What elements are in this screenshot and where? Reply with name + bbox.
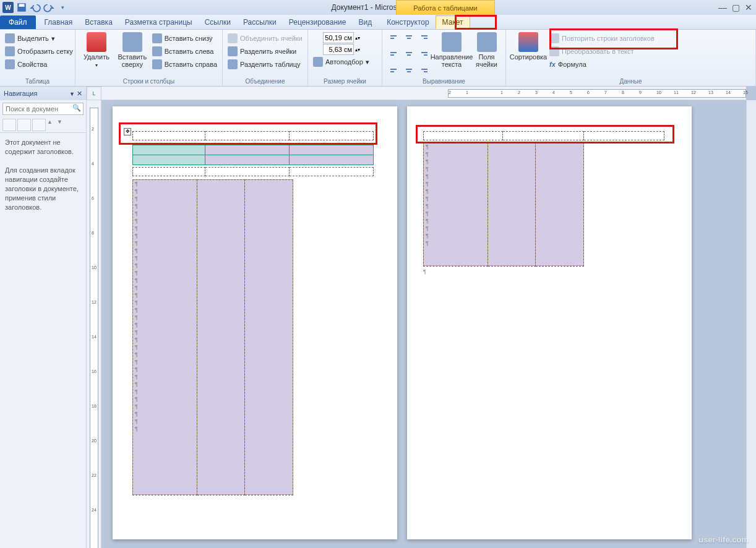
page1-table-divider[interactable] <box>132 167 374 176</box>
align-tl-button[interactable] <box>387 32 401 46</box>
insert-above-icon <box>122 32 142 52</box>
nav-search-input[interactable] <box>2 103 84 115</box>
cell-margins-icon <box>477 32 497 52</box>
autofit-button[interactable]: Автоподбор ▾ <box>313 56 370 68</box>
ruler-h-tick: 9 <box>639 90 642 95</box>
cell-margins-button[interactable]: Поля ячейки <box>473 32 500 68</box>
tab-pagelayout[interactable]: Разметка страницы <box>119 15 199 29</box>
redo-icon[interactable] <box>43 2 54 13</box>
distribute-cols-icon[interactable] <box>361 45 370 54</box>
ruler-h-tick: 3 <box>535 90 538 95</box>
align-br-button[interactable] <box>417 62 431 75</box>
paragraph-mark: ¶ <box>135 262 138 268</box>
col-width-field[interactable]: ▴▾ <box>313 44 370 55</box>
row-height-field[interactable]: ▴▾ <box>313 32 370 43</box>
tab-review[interactable]: Рецензирование <box>283 15 353 29</box>
vertical-ruler[interactable]: 24681012141618202224 <box>87 100 101 548</box>
nav-headings-view-button[interactable] <box>2 119 16 131</box>
svg-rect-2 <box>390 35 397 36</box>
ruler-v-tick: 16 <box>92 369 97 374</box>
ruler-h-tick: 14 <box>726 90 731 95</box>
tab-view[interactable]: Вид <box>352 15 378 29</box>
paragraph-mark: ¶ <box>135 381 138 387</box>
align-mc-button[interactable] <box>402 47 416 61</box>
row-height-input[interactable] <box>323 32 354 43</box>
page1-table-header-row[interactable] <box>132 131 374 140</box>
sort-button[interactable]: Сортировка <box>511 32 546 61</box>
align-bl-button[interactable] <box>387 62 401 75</box>
page1-table-subheader[interactable] <box>132 145 374 165</box>
page-1[interactable]: ✥ <box>113 106 397 539</box>
tab-references[interactable]: Ссылки <box>199 15 237 29</box>
document-area: L 2112345678910111213141516 246810121416… <box>87 87 756 548</box>
repeat-header-rows-button[interactable]: Повторить строки заголовков <box>549 32 655 45</box>
ruler-v-tick: 14 <box>92 335 97 339</box>
save-icon[interactable] <box>16 2 27 13</box>
text-direction-button[interactable]: Направление текста <box>434 32 469 68</box>
select-button[interactable]: Выделить ▾ <box>5 32 73 45</box>
ruler-v-tick: 18 <box>92 404 97 408</box>
properties-button[interactable]: Свойства <box>5 58 73 71</box>
col-width-input[interactable] <box>323 44 354 55</box>
insert-left-button[interactable]: Вставить слева <box>152 45 217 58</box>
nav-pages-view-button[interactable] <box>17 119 31 131</box>
svg-rect-4 <box>406 35 412 36</box>
delete-button[interactable]: Удалить▾ <box>80 32 113 69</box>
align-ml-button[interactable] <box>387 47 401 61</box>
paragraph-mark: ¶ <box>135 270 138 276</box>
split-table-button[interactable]: Разделить таблицу <box>228 58 303 71</box>
align-tr-button[interactable] <box>417 32 431 46</box>
close-icon[interactable]: ✕ <box>745 2 752 12</box>
undo-icon[interactable] <box>30 2 41 13</box>
tab-mailings[interactable]: Рассылки <box>237 15 283 29</box>
nav-dropdown-icon[interactable]: ▼ <box>69 91 75 97</box>
page2-table-header-row[interactable] <box>423 131 664 140</box>
formula-button[interactable]: fxФормула <box>549 58 655 71</box>
search-icon[interactable]: 🔍 <box>72 104 81 112</box>
group-merge-label: Объединение <box>228 77 303 85</box>
tab-layout[interactable]: Макет <box>436 15 470 29</box>
convert-to-text-button[interactable]: Преобразовать в текст <box>549 45 655 58</box>
paragraph-mark: ¶ <box>135 188 138 194</box>
table-move-handle-icon[interactable]: ✥ <box>124 128 131 135</box>
nav-prev-button[interactable]: ▲ <box>47 119 56 131</box>
insert-left-icon <box>152 46 162 56</box>
split-cells-button[interactable]: Разделить ячейки <box>228 45 303 58</box>
svg-rect-17 <box>407 71 411 72</box>
distribute-rows-icon[interactable] <box>361 33 370 42</box>
insert-above-button[interactable]: Вставить сверху <box>116 32 148 68</box>
watermark: user-life.com <box>698 535 749 544</box>
page-2[interactable]: ¶ ¶¶¶¶¶¶¶¶¶¶¶¶¶¶ <box>407 106 692 539</box>
align-tc-button[interactable] <box>402 32 416 46</box>
nav-next-button[interactable]: ▼ <box>57 119 66 131</box>
nav-close-icon[interactable]: ✕ <box>77 90 82 97</box>
svg-rect-9 <box>390 54 394 56</box>
ruler-v-tick: 2 <box>92 127 94 131</box>
svg-rect-10 <box>406 52 412 53</box>
nav-msg-2: Для создания вкладок навигации создайте … <box>5 166 81 212</box>
show-gridlines-button[interactable]: Отобразить сетку <box>5 45 73 58</box>
minimize-icon[interactable]: — <box>718 2 727 12</box>
word-app-icon: W <box>2 2 14 13</box>
tab-home[interactable]: Главная <box>38 15 79 29</box>
paragraph-mark: ¶ <box>135 396 138 402</box>
horizontal-ruler[interactable]: 2112345678910111213141516 <box>101 87 746 100</box>
merge-cells-button[interactable]: Объединить ячейки <box>228 32 303 45</box>
nav-results-view-button[interactable] <box>32 119 46 131</box>
svg-rect-13 <box>424 54 427 56</box>
tab-designer[interactable]: Конструктор <box>380 15 435 29</box>
split-cells-icon <box>228 46 238 56</box>
titlebar: W ▾ Документ1 - Microsoft Word Работа с … <box>0 0 756 15</box>
align-mr-button[interactable] <box>417 47 431 61</box>
insert-right-button[interactable]: Вставить справа <box>152 58 217 71</box>
tab-file[interactable]: Файл <box>0 15 36 29</box>
paragraph-mark: ¶ <box>135 418 138 424</box>
tab-insert[interactable]: Вставка <box>79 15 119 29</box>
vertical-scrollbar[interactable] <box>746 100 756 548</box>
page2-table-body-outline <box>423 142 584 267</box>
maximize-icon[interactable]: ▢ <box>732 2 740 12</box>
qat-dropdown-icon[interactable]: ▾ <box>57 2 68 13</box>
insert-below-button[interactable]: Вставить снизу <box>152 32 217 45</box>
align-bc-button[interactable] <box>402 62 416 75</box>
ruler-corner[interactable]: L <box>87 87 101 100</box>
